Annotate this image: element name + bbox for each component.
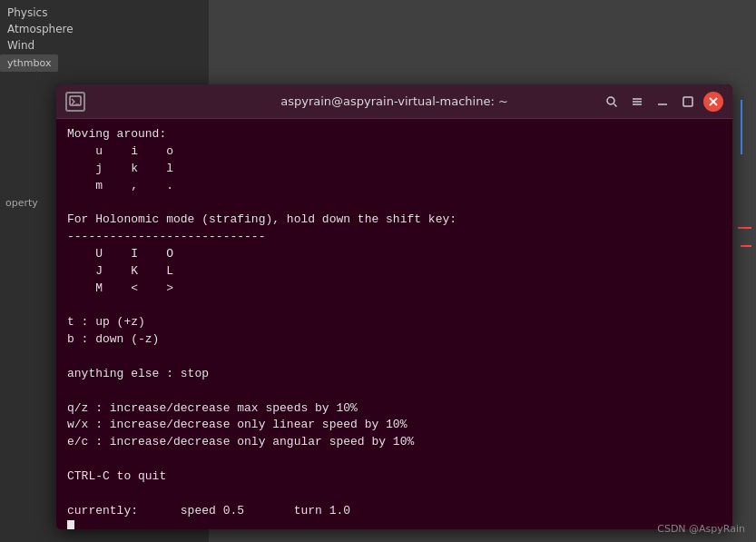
svg-rect-8 <box>683 97 692 106</box>
sidebar-item-physics[interactable]: Physics <box>7 5 74 21</box>
terminal-cursor <box>67 520 74 529</box>
terminal-title: aspyrain@aspyrain-virtual-machine: ~ <box>280 94 508 108</box>
terminal-titlebar: aspyrain@aspyrain-virtual-machine: ~ <box>56 84 732 119</box>
maximize-button[interactable] <box>678 92 698 112</box>
terminal-window: aspyrain@aspyrain-virtual-machine: ~ <box>56 84 732 529</box>
svg-line-3 <box>614 103 617 106</box>
right-indicators <box>738 91 756 454</box>
terminal-icon <box>65 92 85 112</box>
sidebar-badge[interactable]: ythmbox <box>0 54 58 72</box>
blue-indicator <box>741 100 742 154</box>
red-indicator-1 <box>738 227 751 229</box>
red-indicator-2 <box>741 245 751 247</box>
titlebar-controls <box>602 92 723 112</box>
sidebar-item-wind[interactable]: Wind <box>7 37 74 54</box>
terminal-body[interactable]: Moving around: u i o j k l m , . For Hol… <box>56 119 732 529</box>
search-button[interactable] <box>602 92 622 112</box>
minimize-button[interactable] <box>653 92 673 112</box>
watermark: CSDN @AspyRain <box>657 523 745 535</box>
sidebar-item-atmosphere[interactable]: Atmosphere <box>7 21 74 37</box>
titlebar-left <box>65 92 85 112</box>
svg-point-2 <box>607 97 614 104</box>
terminal-content: Moving around: u i o j k l m , . For Hol… <box>67 126 722 519</box>
close-button[interactable] <box>703 92 723 112</box>
property-label: operty <box>0 194 44 212</box>
menu-button[interactable] <box>627 92 647 112</box>
